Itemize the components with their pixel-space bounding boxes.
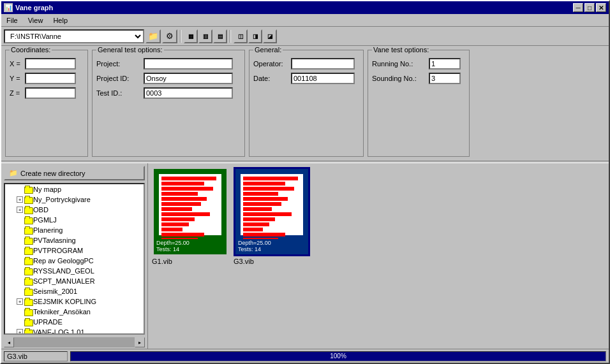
chart-bar-row [243, 212, 301, 216]
menubar: File View Help [1, 14, 609, 27]
grid-btn1[interactable]: ▦ [184, 29, 198, 43]
tree-expand-icon[interactable]: + [17, 196, 23, 203]
tree-item-label: PGMLJ [33, 216, 57, 224]
toolbar-sep1 [180, 30, 181, 43]
view-btn2[interactable]: ◨ [248, 29, 262, 43]
chart-bar-row [243, 187, 301, 191]
chart-bar-row [161, 222, 219, 226]
tree-item[interactable]: PVTPROGRAM [5, 245, 144, 256]
tree-item[interactable]: Planering [5, 225, 144, 235]
tree-item[interactable]: SCPT_MANUALER [5, 276, 144, 286]
tree-item[interactable]: Ny mapp [5, 184, 144, 194]
project-input[interactable] [144, 58, 233, 69]
hscroll-left-btn[interactable]: ◂ [4, 337, 14, 347]
status-bar: G3.vib 100% [1, 349, 609, 363]
menu-help[interactable]: Help [50, 16, 70, 25]
project-id-label: Project ID: [96, 75, 141, 82]
chart-bar-row [161, 187, 219, 191]
hscroll-track[interactable] [14, 337, 135, 347]
vib-chart-area [241, 174, 303, 235]
running-no-input[interactable] [429, 58, 461, 69]
left-panel: 📁 Create new directory Ny mapp+Ny_Portry… [1, 163, 148, 349]
view-btn1[interactable]: ◫ [234, 29, 248, 43]
tree-item[interactable]: Rep av GeologgPC [5, 256, 144, 266]
chart-bar-row [243, 197, 301, 201]
folder-icon [24, 207, 33, 214]
menu-file[interactable]: File [4, 16, 20, 25]
chart-bar-row [243, 222, 301, 226]
vib-thumbnail[interactable]: Depth=25.00Tests: 14 [152, 167, 228, 256]
chart-bar [161, 202, 201, 206]
tree-item[interactable]: RYSSLAND_GEOL [5, 266, 144, 276]
project-id-input[interactable] [144, 73, 233, 84]
folder-icon [24, 228, 33, 235]
coordinates-legend: Coordinates: [10, 46, 52, 54]
tree-item[interactable]: +VANE-LOG 1.01 [5, 327, 144, 335]
operator-input[interactable] [291, 58, 355, 69]
folder-icon [24, 238, 33, 245]
chart-bar [161, 212, 210, 216]
z-label: Z = [10, 89, 22, 97]
tree-item[interactable]: PVTavlasning [5, 235, 144, 245]
x-label: X = [10, 60, 22, 68]
window-title: Vane graph [15, 4, 53, 11]
general-box: General: Operator: Date: [249, 50, 364, 157]
chart-bar [243, 212, 292, 216]
chart-bar [243, 233, 285, 237]
view-btn3[interactable]: ◪ [263, 29, 277, 43]
vib-thumbnail[interactable]: Depth=25.00Tests: 14 [234, 167, 310, 256]
folder-icon [24, 248, 33, 255]
open-folder-btn[interactable]: 📁 [145, 29, 161, 43]
tree-item[interactable]: +SEJSMIK KOPLING [5, 296, 144, 307]
path-combo[interactable]: F:\INSTR\Vanne [4, 29, 144, 43]
tree-expand-icon[interactable]: + [17, 329, 23, 335]
maximize-button[interactable]: □ [584, 3, 595, 12]
chart-bar [161, 222, 189, 226]
grid-btn2[interactable]: ▥ [198, 29, 212, 43]
tree-item[interactable]: Seismik_2001 [5, 286, 144, 296]
toolbar: F:\INSTR\Vanne 📁 ⚙ ▦ ▥ ▤ ◫ ◨ ◪ [1, 27, 609, 46]
tree-expand-icon[interactable]: + [17, 298, 23, 305]
test-id-input[interactable] [144, 87, 233, 99]
project-label: Project: [96, 60, 141, 68]
hscroll-right-btn[interactable]: ▸ [135, 337, 145, 347]
general-test-legend: General test options: [96, 46, 164, 54]
tree-item[interactable]: Tekniker_Ansökan [5, 307, 144, 317]
depth-label: Depth=25.00 [238, 240, 306, 246]
list-item[interactable]: Depth=25.00Tests: 14G1.vib [152, 167, 228, 265]
chart-bar-row [161, 192, 219, 196]
chart-bar [243, 207, 272, 211]
progress-label: 100% [330, 353, 346, 360]
vib-chart-area [159, 174, 221, 235]
x-input[interactable] [25, 58, 76, 69]
progress-container: 100% [70, 351, 606, 361]
file-tree[interactable]: Ny mapp+Ny_Portryckgivare+OBDPGMLJPlaner… [4, 183, 145, 335]
chart-bar [243, 202, 281, 206]
settings-btn[interactable]: ⚙ [162, 29, 177, 43]
tree-hscroll[interactable]: ◂ ▸ [4, 337, 145, 347]
grid-btn3[interactable]: ▤ [213, 29, 227, 43]
folder-icon [24, 309, 33, 316]
window-icon: 📊 [4, 3, 13, 12]
tree-expand-icon[interactable]: + [17, 207, 23, 213]
close-button[interactable]: ✕ [596, 3, 606, 12]
tree-item[interactable]: UPRADE [5, 317, 144, 327]
date-input[interactable] [291, 73, 355, 84]
list-item[interactable]: Depth=25.00Tests: 14G3.vib [234, 167, 310, 265]
chart-bar-row [243, 233, 301, 237]
y-input[interactable] [25, 73, 76, 84]
top-panel: Coordinates: X = Y = Z = General test op… [1, 46, 609, 161]
tree-item[interactable]: PGMLJ [5, 215, 144, 225]
z-input[interactable] [25, 87, 76, 99]
menu-view[interactable]: View [26, 16, 46, 25]
tree-item-label: UPRADE [33, 318, 63, 326]
minimize-button[interactable]: ─ [573, 3, 583, 12]
vane-test-legend: Vane test options: [372, 46, 430, 54]
chart-bar-row [161, 197, 219, 201]
chart-bar [243, 187, 294, 191]
sounding-no-input[interactable] [429, 73, 461, 84]
tree-item[interactable]: +OBD [5, 205, 144, 215]
tree-item[interactable]: +Ny_Portryckgivare [5, 194, 144, 205]
running-no-label: Running No.: [372, 60, 426, 68]
create-dir-button[interactable]: 📁 Create new directory [4, 166, 145, 180]
